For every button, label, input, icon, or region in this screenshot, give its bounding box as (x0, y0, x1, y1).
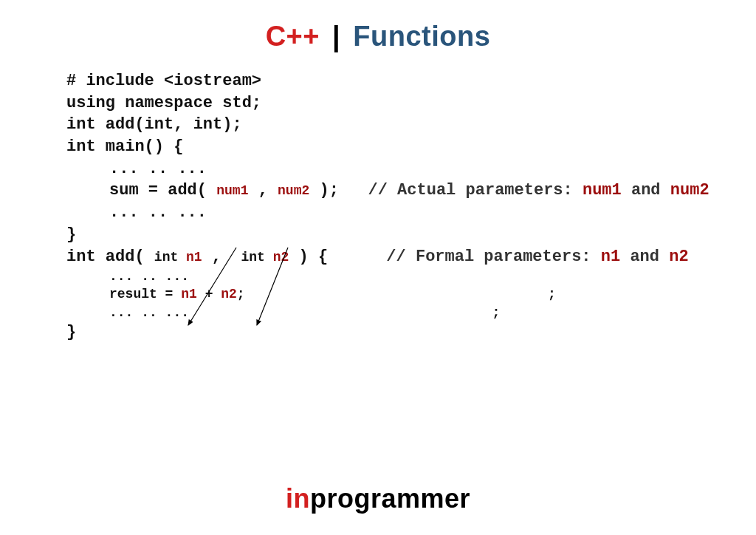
code-line-10: } (66, 224, 701, 246)
title-cpp: C++ (266, 21, 320, 52)
l14-n1: n1 (181, 287, 197, 301)
code-line-15: ... .. ... ; (109, 304, 701, 321)
footer-brand: inprogrammer (0, 483, 756, 514)
code-line-6: int main() { (66, 136, 701, 158)
l8-c-num2: num2 (670, 181, 709, 200)
code-line-7: ... .. ... (109, 158, 701, 180)
l12-int1: int (154, 250, 186, 265)
l14-semi-right: ; (245, 287, 556, 301)
code-line-12: int add( int n1 , int n2 ) { // Formal p… (66, 246, 701, 268)
l15-semi-right: ; (189, 305, 500, 320)
title-functions: Functions (353, 21, 490, 52)
code-line-2: using namespace std; (66, 92, 701, 115)
l12-c-n1: n1 (601, 248, 620, 266)
l8-post: ); (309, 181, 368, 200)
code-line-4: int add(int, int); (66, 114, 701, 136)
footer-programmer: programmer (310, 483, 470, 514)
l8-comment-pre: // Actual parameters: (368, 181, 583, 200)
code-block: # include <iostream> using namespace std… (66, 70, 701, 344)
l14-pre: result = (109, 287, 181, 301)
l14-n2: n2 (221, 287, 237, 301)
code-line-9: ... .. ... (109, 202, 701, 224)
l12-c-n2: n2 (669, 248, 688, 266)
l12-pre: int add( (66, 248, 154, 266)
l12-spacer (328, 248, 386, 266)
l8-num1: num1 (216, 183, 248, 198)
l12-c-and: and (620, 248, 669, 266)
l12-n1: n1 (186, 250, 202, 265)
code-line-13: ... .. ... (109, 268, 701, 285)
l12-post: ) { (289, 248, 328, 266)
l14-plus: + (197, 287, 221, 301)
code-line-1: # include <iostream> (66, 70, 701, 92)
title-pipe: | (332, 21, 340, 52)
l14-post: ; (237, 287, 245, 301)
page-title: C++ | Functions (0, 0, 756, 52)
l8-num2: num2 (278, 183, 309, 198)
l12-comma: , (202, 248, 241, 266)
l12-int2: int (241, 250, 272, 265)
l8-comma: , (248, 181, 278, 200)
code-line-16: } (66, 321, 701, 344)
l15-dots: ... .. ... (109, 305, 189, 320)
code-line-14: result = n1 + n2; ; (109, 285, 701, 303)
l12-comment-pre: // Formal parameters: (386, 248, 600, 266)
l8-c-num1: num1 (583, 181, 622, 200)
l8-pre: sum = add( (109, 181, 216, 200)
code-line-8: sum = add( num1 , num2 ); // Actual para… (109, 180, 701, 202)
footer-in: in (286, 483, 310, 514)
l12-n2: n2 (273, 250, 289, 265)
l8-c-and: and (622, 181, 670, 200)
